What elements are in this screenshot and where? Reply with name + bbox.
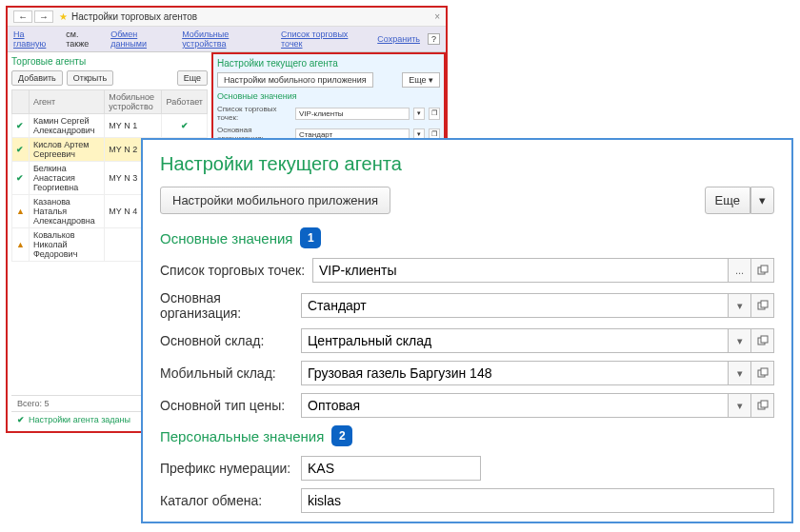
label-catalog: Каталог обмена: bbox=[160, 493, 301, 508]
open-button[interactable]: Открыть bbox=[67, 70, 113, 86]
section-personal-values: Персональные значения 2 bbox=[160, 425, 774, 446]
open-icon[interactable] bbox=[751, 258, 774, 283]
open-icon[interactable] bbox=[751, 328, 774, 353]
dropdown-button[interactable]: ▾ bbox=[729, 328, 751, 353]
col-device[interactable]: Мобильное устройство bbox=[105, 90, 162, 114]
nav-back-button[interactable]: ← bbox=[13, 10, 32, 23]
col-agent[interactable]: Агент bbox=[29, 90, 104, 114]
open-icon[interactable] bbox=[751, 361, 774, 385]
add-button[interactable]: Добавить bbox=[11, 70, 63, 86]
mobile-settings-button[interactable]: Настройки мобильного приложения bbox=[160, 187, 390, 214]
open-icon[interactable]: ❐ bbox=[429, 108, 440, 120]
price-input[interactable] bbox=[301, 393, 729, 418]
mini-section-main: Основные значения bbox=[217, 91, 440, 101]
panel-title: Настройки текущего агента bbox=[160, 153, 774, 175]
label-price: Основной тип цены: bbox=[160, 398, 301, 413]
col-works[interactable]: Работает bbox=[162, 90, 208, 114]
warehouse-input[interactable] bbox=[301, 328, 729, 353]
table-row[interactable]: ✔Камин Сергей АлександровичMY N 1✔ bbox=[12, 114, 208, 138]
more-button-small[interactable]: Еще bbox=[177, 70, 208, 86]
dropdown-button[interactable]: ▾ bbox=[729, 293, 751, 318]
favorite-icon[interactable]: ★ bbox=[59, 11, 68, 22]
link-exchange[interactable]: Обмен данными bbox=[110, 30, 174, 49]
org-input[interactable] bbox=[301, 293, 729, 318]
label-mobile: Мобильный склад: bbox=[160, 365, 301, 381]
nav-forward-button[interactable]: → bbox=[34, 10, 53, 23]
link-points[interactable]: Список торговых точек bbox=[281, 30, 370, 49]
catalog-input[interactable] bbox=[301, 488, 774, 513]
points-input[interactable] bbox=[312, 258, 729, 283]
prefix-input[interactable] bbox=[301, 456, 481, 481]
label-prefix: Префикс нумерации: bbox=[160, 461, 301, 476]
help-button[interactable]: ? bbox=[428, 33, 440, 45]
linkbar: На главную см. также Обмен данными Мобил… bbox=[8, 27, 446, 52]
open-icon[interactable] bbox=[751, 393, 774, 418]
mobile-input[interactable] bbox=[301, 361, 729, 385]
mini-more-button[interactable]: Еще ▾ bbox=[402, 72, 440, 88]
dropdown-icon[interactable]: ▾ bbox=[413, 108, 425, 120]
open-icon[interactable] bbox=[751, 293, 774, 318]
svg-rect-5 bbox=[761, 336, 768, 343]
chevron-down-icon[interactable]: ▾ bbox=[750, 187, 774, 214]
section-main-values: Основные значения 1 bbox=[160, 227, 774, 248]
ellipsis-button[interactable]: ... bbox=[729, 258, 751, 283]
agents-heading: Торговые агенты bbox=[11, 56, 208, 67]
more-button[interactable]: Еще ▾ bbox=[705, 187, 774, 214]
label-warehouse: Основной склад: bbox=[160, 333, 301, 348]
close-icon[interactable]: × bbox=[434, 11, 440, 22]
agent-settings-panel: Настройки текущего агента Настройки моби… bbox=[141, 138, 793, 523]
mini-heading: Настройки текущего агента bbox=[217, 58, 440, 69]
dropdown-button[interactable]: ▾ bbox=[729, 361, 751, 385]
mini-mobile-settings-button[interactable]: Настройки мобильного приложения bbox=[217, 72, 373, 88]
titlebar: ← → ★ Настройки торговых агентов × bbox=[8, 8, 446, 27]
link-save[interactable]: Сохранить bbox=[377, 34, 420, 44]
link-home[interactable]: На главную bbox=[13, 30, 58, 49]
badge-1: 1 bbox=[300, 227, 321, 248]
dropdown-button[interactable]: ▾ bbox=[729, 393, 751, 418]
svg-rect-3 bbox=[761, 301, 768, 307]
label-points: Список торговых точек: bbox=[160, 263, 312, 278]
svg-rect-7 bbox=[761, 368, 768, 375]
badge-2: 2 bbox=[331, 425, 352, 446]
svg-rect-1 bbox=[761, 266, 768, 272]
window-title: Настройки торговых агентов bbox=[71, 11, 197, 22]
link-also-label: см. также bbox=[66, 30, 103, 49]
svg-rect-9 bbox=[761, 401, 768, 407]
label-org: Основная организация: bbox=[160, 290, 301, 321]
link-devices[interactable]: Мобильные устройства bbox=[182, 30, 273, 49]
